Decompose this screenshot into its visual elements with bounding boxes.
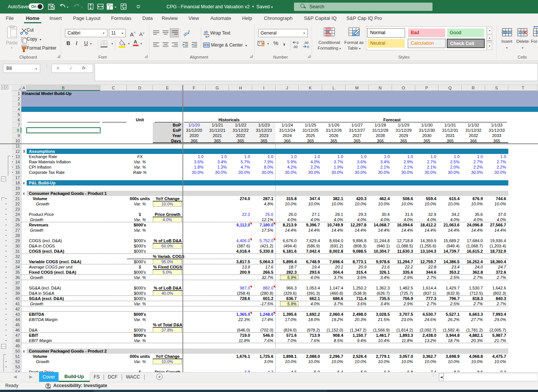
svg-text:.00: .00 xyxy=(304,41,309,45)
svg-text:.00: .00 xyxy=(293,45,298,49)
svg-text:0: 0 xyxy=(297,41,298,45)
svg-text:0: 0 xyxy=(307,45,309,49)
